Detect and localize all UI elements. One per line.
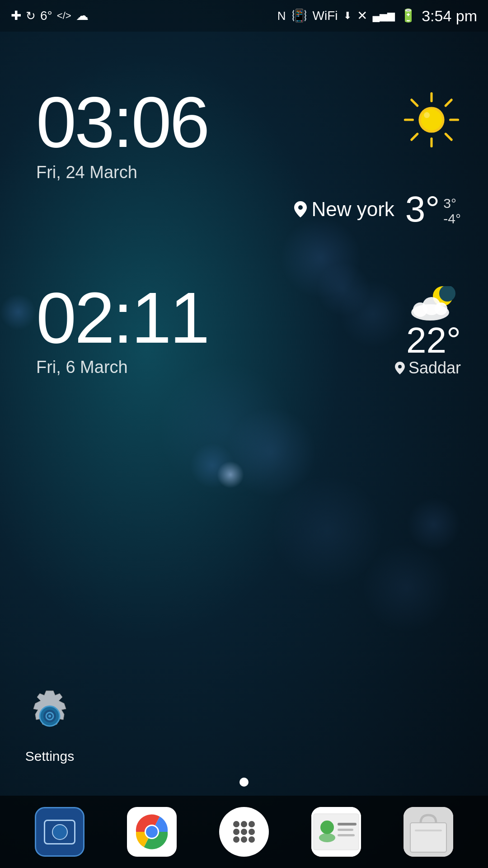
svg-point-28 — [249, 821, 255, 827]
cloud-icon: ☁ — [76, 9, 89, 22]
current-temp-2: 22° — [406, 322, 461, 359]
svg-point-34 — [249, 836, 255, 843]
svg-line-7 — [412, 134, 418, 140]
chrome-app-icon[interactable] — [127, 807, 177, 857]
status-bar: ✚ ↻ 6° </> ☁ N 📳 WiFi ⬇ ✕ ▄▅▆ 🔋 3:54 pm — [0, 0, 488, 32]
svg-point-31 — [249, 829, 255, 835]
cloud-moon-icon — [407, 286, 461, 322]
contacts-app-icon[interactable] — [311, 807, 361, 857]
temp-display-1: 3° 3° -4° — [405, 191, 461, 227]
dock — [0, 796, 488, 868]
location-pin-icon-2 — [395, 362, 405, 374]
page-indicator — [0, 778, 488, 796]
svg-point-29 — [233, 829, 239, 835]
clock-widget-2: 02:11 Fri, 6 March 22° — [0, 264, 488, 377]
status-right-icons: N 📳 WiFi ⬇ ✕ ▄▅▆ 🔋 3:54 pm — [277, 7, 477, 25]
clock-row-2: 02:11 Fri, 6 March 22° — [36, 282, 461, 377]
download-icon: ⬇ — [343, 11, 352, 21]
bottom-area: Settings — [0, 689, 488, 868]
clock-widget-1: 03:06 Fri, 24 March — [0, 32, 488, 182]
svg-point-27 — [241, 821, 247, 827]
svg-rect-41 — [338, 834, 355, 836]
svg-point-16 — [435, 302, 447, 315]
clock-row-1: 03:06 Fri, 24 March — [36, 86, 461, 182]
svg-line-4 — [412, 100, 418, 106]
spacer-1 — [0, 227, 488, 264]
svg-point-38 — [319, 833, 335, 842]
playstore-app-icon[interactable] — [404, 807, 453, 857]
wifi-icon: WiFi — [313, 9, 338, 22]
camera-inner — [44, 820, 75, 844]
svg-rect-43 — [410, 823, 446, 852]
high-temp-1: 3° — [443, 196, 456, 211]
vibrate-icon: 📳 — [291, 9, 307, 22]
svg-point-9 — [421, 109, 442, 131]
weather-row-1: New york 3° 3° -4° — [0, 191, 488, 227]
svg-point-21 — [48, 715, 51, 717]
temperature-display: 6° — [40, 9, 52, 22]
settings-label: Settings — [25, 749, 74, 764]
svg-point-32 — [233, 836, 239, 843]
settings-icon[interactable] — [23, 689, 77, 743]
svg-point-33 — [241, 836, 247, 843]
contacts-svg — [311, 807, 361, 857]
svg-rect-36 — [314, 814, 359, 850]
low-temp-1: -4° — [443, 211, 461, 226]
launcher-app-icon[interactable] — [219, 807, 269, 857]
camera-lens — [52, 824, 68, 840]
location-name-1: New york — [311, 198, 394, 221]
clock-left-1: 03:06 Fri, 24 March — [36, 86, 208, 182]
svg-point-26 — [233, 821, 239, 827]
settings-area[interactable]: Settings — [0, 689, 72, 778]
main-content: 03:06 Fri, 24 March — [0, 32, 488, 377]
svg-rect-39 — [338, 823, 357, 826]
chrome-svg — [131, 811, 172, 852]
clock-date-1: Fri, 24 March — [36, 163, 208, 182]
current-temp-1: 3° — [405, 191, 440, 227]
location-row-2: Saddar — [395, 359, 461, 377]
svg-point-37 — [320, 821, 334, 834]
location-1: New york — [294, 198, 394, 221]
svg-line-6 — [446, 100, 451, 106]
svg-rect-44 — [415, 830, 442, 831]
code-icon: </> — [57, 11, 71, 21]
location-name-2: Saddar — [408, 359, 461, 377]
camera-app-icon[interactable] — [35, 807, 84, 857]
status-left-icons: ✚ ↻ 6° </> ☁ — [11, 9, 89, 22]
weather-col-2: 22° Saddar — [395, 286, 461, 377]
clock-time-1: 03:06 — [36, 86, 208, 158]
svg-line-5 — [446, 134, 451, 140]
sun-icon — [402, 90, 461, 149]
refresh-icon: ↻ — [26, 10, 36, 22]
nfc-icon: N — [277, 10, 286, 22]
launcher-svg — [224, 811, 264, 852]
status-time: 3:54 pm — [422, 7, 477, 25]
svg-point-10 — [424, 112, 430, 118]
playstore-svg — [404, 807, 453, 857]
temp-range-1: 3° -4° — [443, 196, 461, 226]
clock-date-2: Fri, 6 March — [36, 358, 208, 377]
plus-icon: ✚ — [11, 9, 21, 22]
signal-icon: ▄▅▆ — [373, 11, 395, 21]
clock-left-2: 02:11 Fri, 6 March — [36, 282, 208, 377]
location-pin-icon-1 — [294, 201, 307, 217]
svg-point-30 — [241, 829, 247, 835]
svg-point-24 — [146, 826, 158, 838]
close-icon: ✕ — [357, 9, 367, 22]
battery-icon: 🔋 — [400, 9, 416, 22]
page-dot-active — [239, 778, 249, 787]
clock-time-2: 02:11 — [36, 282, 208, 354]
svg-rect-40 — [338, 829, 353, 831]
